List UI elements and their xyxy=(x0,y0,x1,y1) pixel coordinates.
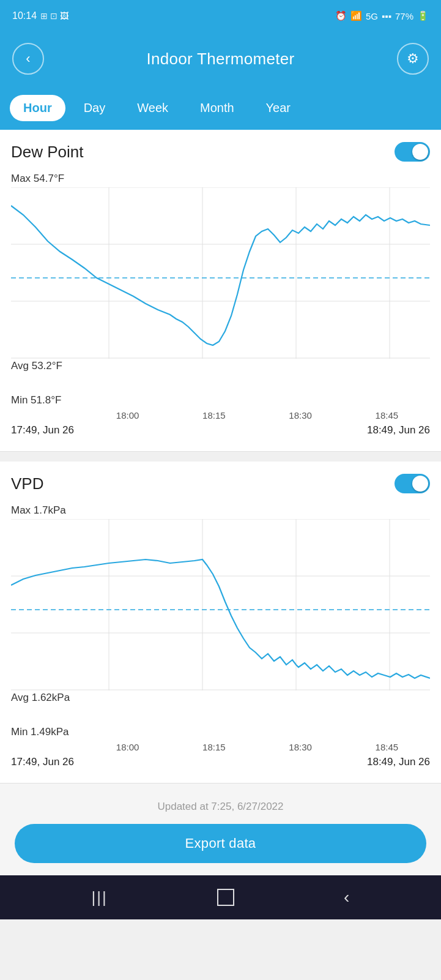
vpd-max: Max 1.7kPa xyxy=(11,504,430,517)
tab-month[interactable]: Month xyxy=(187,95,248,121)
menu-icon: ||| xyxy=(92,888,108,907)
time-label-1: 18:00 xyxy=(84,410,171,421)
battery-label: 77% xyxy=(395,11,413,21)
nav-back-icon: ‹ xyxy=(344,888,349,907)
nav-menu-button[interactable]: ||| xyxy=(92,888,108,907)
nav-home-button[interactable] xyxy=(217,889,234,906)
network-label: 5G xyxy=(366,11,378,21)
dew-point-chart xyxy=(11,187,430,359)
app-header: ‹ Indoor Thermometer ⚙ xyxy=(0,32,441,86)
status-time: 10:14 ⊞ ⊡ 🖼 xyxy=(12,10,69,21)
updated-timestamp: Updated at 7:25, 6/27/2022 xyxy=(157,801,283,813)
vpd-time-label-4: 18:45 xyxy=(344,742,430,752)
vpd-chart xyxy=(11,519,430,690)
settings-button[interactable]: ⚙ xyxy=(397,43,429,75)
status-bar: 10:14 ⊞ ⊡ 🖼 ⏰ 📶 5G ▪▪▪ 77% 🔋 xyxy=(0,0,441,32)
date-start: 17:49, Jun 26 xyxy=(11,424,74,436)
back-button[interactable]: ‹ xyxy=(12,43,44,75)
dew-point-card: Dew Point Max 54.7°F xyxy=(0,130,441,452)
back-icon: ‹ xyxy=(26,51,30,67)
time-label-4: 18:45 xyxy=(344,410,430,421)
nav-back-button[interactable]: ‹ xyxy=(344,888,349,907)
vpd-time-label-2: 18:15 xyxy=(171,742,257,752)
vpd-avg: Avg 1.62kPa xyxy=(11,692,430,704)
wifi-icon: 📶 xyxy=(350,10,362,21)
vpd-title: VPD xyxy=(11,474,43,493)
nav-bar: ||| ‹ xyxy=(0,875,441,919)
gear-icon: ⚙ xyxy=(407,51,419,67)
dew-point-svg xyxy=(11,187,430,359)
dew-point-header: Dew Point xyxy=(11,142,430,162)
date-end: 18:49, Jun 26 xyxy=(367,424,430,436)
vpd-svg xyxy=(11,519,430,690)
vpd-date-end: 18:49, Jun 26 xyxy=(367,756,430,768)
tab-bar: Hour Day Week Month Year xyxy=(0,86,441,130)
vpd-time-axis: 18:00 18:15 18:30 18:45 xyxy=(11,738,430,752)
dew-point-title: Dew Point xyxy=(11,143,84,162)
vpd-date-start: 17:49, Jun 26 xyxy=(11,756,74,768)
signal-bars-icon: ▪▪▪ xyxy=(382,11,391,21)
time-label-3: 18:30 xyxy=(258,410,344,421)
dew-point-max: Max 54.7°F xyxy=(11,173,430,185)
dew-point-avg: Avg 53.2°F xyxy=(11,360,430,372)
vpd-toggle[interactable] xyxy=(395,474,430,493)
footer-section: Updated at 7:25, 6/27/2022 Export data xyxy=(0,784,441,875)
time-label-2: 18:15 xyxy=(171,410,257,421)
battery-icon: 🔋 xyxy=(417,10,429,21)
alarm-icon: ⏰ xyxy=(335,10,347,21)
tab-day[interactable]: Day xyxy=(70,95,119,121)
dew-point-date-range: 17:49, Jun 26 18:49, Jun 26 xyxy=(11,421,430,440)
home-icon xyxy=(217,889,234,906)
notification-icons: ⊞ ⊡ 🖼 xyxy=(40,11,69,21)
time-display: 10:14 xyxy=(12,10,37,21)
status-icons: ⏰ 📶 5G ▪▪▪ 77% 🔋 xyxy=(335,10,429,21)
dew-point-time-axis: 18:00 18:15 18:30 18:45 xyxy=(11,406,430,421)
page-title: Indoor Thermometer xyxy=(147,50,295,69)
vpd-date-range: 17:49, Jun 26 18:49, Jun 26 xyxy=(11,752,430,772)
vpd-min: Min 1.49kPa xyxy=(11,726,430,738)
tab-year[interactable]: Year xyxy=(253,95,304,121)
tab-hour[interactable]: Hour xyxy=(10,95,65,121)
content-area: Dew Point Max 54.7°F xyxy=(0,130,441,875)
export-button[interactable]: Export data xyxy=(15,824,426,863)
dew-point-min: Min 51.8°F xyxy=(11,394,430,406)
vpd-time-label-1: 18:00 xyxy=(84,742,171,752)
tab-week[interactable]: Week xyxy=(124,95,182,121)
vpd-header: VPD xyxy=(11,474,430,493)
vpd-time-label-3: 18:30 xyxy=(258,742,344,752)
dew-point-toggle[interactable] xyxy=(395,142,430,162)
vpd-card: VPD Max 1.7kPa Avg xyxy=(0,462,441,784)
card-separator xyxy=(0,452,441,462)
